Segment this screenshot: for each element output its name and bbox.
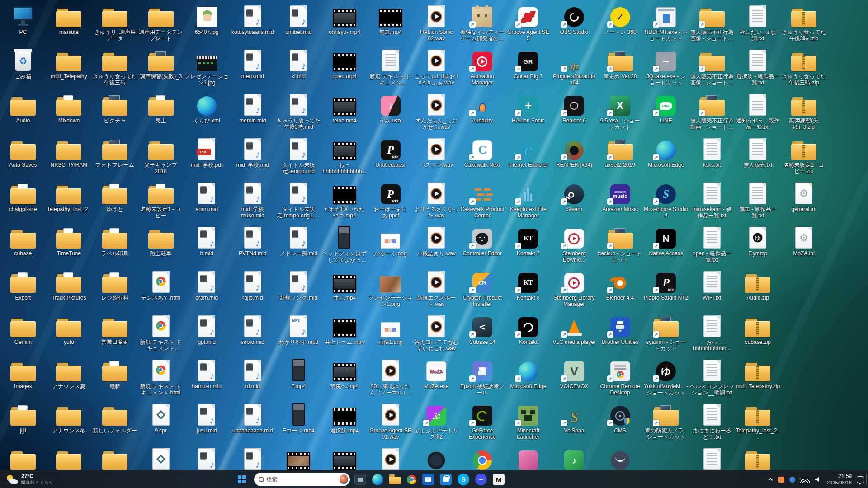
desktop-icon[interactable]: Track Pictures [46, 269, 92, 314]
desktop-icon[interactable]: ♪sirofo.mid [230, 314, 276, 358]
desktop-icon[interactable]: ピクチャ [92, 92, 138, 136]
desktop-icon[interactable] [459, 446, 505, 470]
desktop-icon[interactable]: MP3♪わかりやす.mp3 [276, 314, 322, 358]
desktop-icon[interactable]: 新規 テキスト ドキュメント.musicxml [368, 48, 414, 92]
desktop-icon[interactable]: ⚙general.ini [781, 181, 827, 225]
desktop-icon[interactable]: 無題.mp4 [368, 4, 414, 48]
desktop-icon[interactable]: maniuta [46, 4, 92, 48]
weather-widget[interactable]: 27°C 晴れ時々くもり [3, 470, 57, 488]
desktop-icon[interactable]: ♪hamusu.mid [184, 358, 230, 402]
desktop-icon[interactable]: ↗Keepforest File Manager [505, 181, 552, 225]
desktop-icon[interactable]: Fコード.mp4 [276, 402, 322, 446]
desktop-icon[interactable]: 新しいフォルダー [92, 402, 138, 446]
desktop-icon[interactable]: ♪meroin.mid [230, 92, 276, 136]
desktop-icon[interactable]: X↗9.5.xlsx - ショートカット [597, 92, 643, 136]
desktop-icon[interactable]: midi_Telepathy [46, 48, 92, 92]
desktop-icon[interactable]: きゅうり食ってた午後三時.zip [781, 48, 827, 92]
desktop-icon[interactable] [597, 446, 643, 470]
desktop-icon[interactable]: 調声練習(失敗)_3.zip [781, 92, 827, 136]
desktop-icon[interactable]: S↗VoiSona [551, 402, 597, 446]
desktop-icon[interactable]: Telepathy_Inst_2... [46, 181, 92, 225]
desktop-icon[interactable]: ✓↗ノートン 360 [597, 4, 643, 48]
desktop-icon[interactable]: 路上駐車 [138, 225, 184, 269]
desktop-icon[interactable]: ♪aorin.mid [184, 181, 230, 225]
desktop-icon[interactable]: 65407.jpg [184, 4, 230, 48]
desktop-icon[interactable]: ヘルスコンプレッション__歌詞.txt [689, 358, 735, 402]
hidden-icons-chevron[interactable] [768, 477, 774, 482]
desktop-icon[interactable]: amazonmusic↗Amazon Music [597, 181, 643, 225]
desktop-icon[interactable]: 名称未設定1 - コピー [138, 181, 184, 225]
desktop-icon[interactable]: ↗backup - ショートカット [597, 225, 643, 269]
desktop-icon[interactable]: ohhayo-.mp4 [321, 4, 368, 48]
desktop-icon[interactable]: 画像1.png [368, 314, 414, 358]
desktop-icon[interactable]: ♪タイトル未設定.tempo.orig1.mid [276, 181, 322, 225]
desktop-icon[interactable]: ↗無人販売不正行為画像 - ショートカット [689, 48, 735, 92]
desktop-icon[interactable]: きゅうり_調声用データ [92, 4, 138, 48]
desktop-icon[interactable]: manisekarin - 親作品一覧.txt [689, 181, 735, 225]
desktop-icon[interactable]: かるーく.png [368, 225, 414, 269]
desktop-icon[interactable]: ⚙MoZA.ini [781, 225, 827, 269]
desktop-icon[interactable]: ksks.txt [689, 136, 735, 181]
desktop-icon[interactable]: S↗MuseScore Studio 4 [643, 181, 689, 225]
desktop-icon[interactable]: ゆうと [92, 181, 138, 225]
desktop-icon[interactable]: Images [0, 358, 46, 402]
desktop-icon[interactable] [689, 446, 735, 470]
desktop-icon[interactable]: KT↗Kontakt 7 [505, 225, 552, 269]
desktop-icon[interactable]: ♪dram.mid [184, 269, 230, 314]
desktop-icon[interactable]: F.mp4 [276, 358, 322, 402]
taskbar-app-file-explorer[interactable] [389, 474, 401, 485]
desktop-icon[interactable]: ラベル印刷 [92, 225, 138, 269]
desktop-icon[interactable]: ♪mero.mid [230, 48, 276, 92]
desktop-icon[interactable] [505, 446, 552, 470]
notification-center-icon[interactable] [857, 476, 864, 483]
desktop-icon[interactable]: ↗airset2-2019 [597, 136, 643, 181]
desktop-icon[interactable]: KT↗Kontakt 8 [505, 269, 552, 314]
desktop-icon[interactable]: ↗OBS Studio [551, 4, 597, 48]
desktop-icon[interactable]: 死にたい_ゅ歌詞.txt [735, 4, 781, 48]
desktop-icon[interactable] [138, 446, 184, 470]
desktop-icon[interactable]: ヘッドフォンはずしててよかっt.mp4 [321, 225, 368, 269]
desktop-icon[interactable]: V↗VOICEVOX [551, 358, 597, 402]
desktop-icon[interactable]: だれだFXいれたやつ.mp4 [321, 181, 368, 225]
desktop-icon[interactable]: TimeTune [46, 225, 92, 269]
desktop-icon[interactable]: アナウンス夏 [46, 358, 92, 402]
desktop-icon[interactable]: ♪b.mid [184, 225, 230, 269]
desktop-icon[interactable]: ↗Epson 接続診断ツール [459, 358, 505, 402]
desktop-icon[interactable]: レジ袋有料 [92, 269, 138, 314]
volume-icon[interactable] [815, 477, 822, 483]
desktop-area[interactable]: PCmaniutaきゅうり_調声用データ調声用データテンプレート65407.jp… [0, 0, 868, 470]
desktop-icon[interactable]: 新規 テキスト ドキュメント (2).html [138, 314, 184, 358]
desktop-icon[interactable]: ♪kotusytuaaus.mid [230, 4, 276, 48]
desktop-icon[interactable]: teion.mp4 [321, 92, 368, 136]
desktop-icon[interactable]: ♪mid_学校 muse.mid [230, 181, 276, 225]
show-desktop-button[interactable] [866, 473, 868, 485]
desktop-icon[interactable]: N↗Native Access [643, 225, 689, 269]
taskbar-app-discord[interactable] [475, 474, 487, 485]
desktop-icon[interactable]: ↗HDDFMT.exe - ショートカット [643, 4, 689, 48]
desktop-icon[interactable]: ↗Kontakt [505, 314, 552, 358]
desktop-icon[interactable] [321, 446, 368, 470]
desktop-icon[interactable]: ♻ごみ箱 [0, 48, 46, 92]
desktop-icon[interactable]: バスドラ.wav [413, 136, 459, 181]
desktop-icon[interactable]: ↗筆まめ Ver.28 [597, 48, 643, 92]
taskbar-app-m-app[interactable]: M [493, 474, 505, 485]
desktop-icon[interactable]: MoZAMoZA.exe [413, 358, 459, 402]
desktop-icon[interactable]: ♪タイトル未設定.tempo.mid [276, 136, 322, 181]
desktop-icon[interactable]: ♪rajio.mid [230, 269, 276, 314]
desktop-icon[interactable]: <↗Cubase 14 [459, 314, 505, 358]
desktop-icon[interactable]: 小銭詰まり.wav [413, 225, 459, 269]
desktop-icon[interactable]: 羽尻へ.mp4 [321, 358, 368, 402]
desktop-icon[interactable]: PDFmid_学校.pdf [184, 136, 230, 181]
desktop-icon[interactable]: ずんだもん_しおかぜふ.wav [413, 92, 459, 136]
desktop-icon[interactable]: HALion Sonic 02.wav [413, 4, 459, 48]
desktop-icon[interactable] [413, 446, 459, 470]
desktop-icon[interactable] [0, 446, 46, 470]
desktop-icon[interactable]: 新規エクスポート.wav [413, 269, 459, 314]
desktop-icon[interactable]: Groove Agent SE 01.wav [368, 402, 414, 446]
desktop-icon[interactable]: ♪新規ソング.mid [276, 269, 322, 314]
desktop-icon[interactable]: ~↗JQuake.exe - ショートカット [643, 48, 689, 92]
desktop-icon[interactable]: ↗無人販売不正行為動画 - ショートカット [689, 92, 735, 136]
desktop-icon[interactable] [368, 446, 414, 470]
desktop-icon[interactable]: 最新 [92, 358, 138, 402]
desktop-icon[interactable]: GR↗Guitar Rig 7 [505, 48, 552, 92]
